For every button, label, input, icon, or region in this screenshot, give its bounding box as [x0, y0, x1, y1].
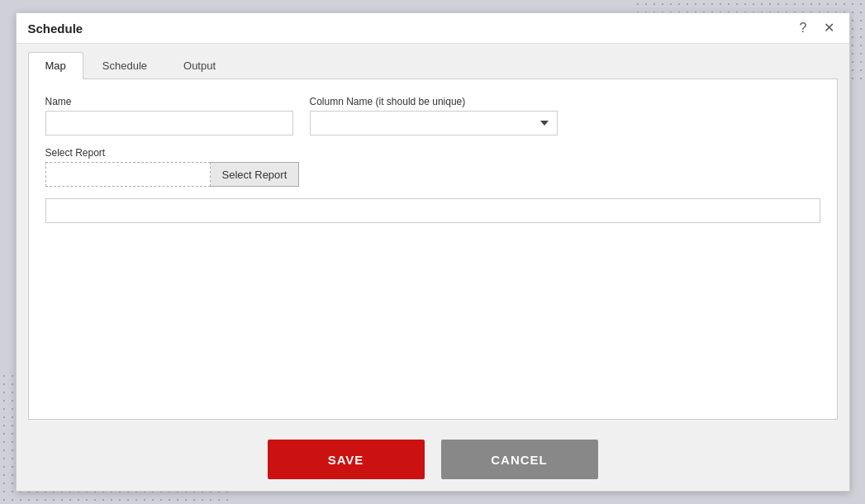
tab-content-map: Name Column Name (it should be unique) S… [28, 79, 838, 420]
save-button[interactable]: SAVE [268, 440, 425, 479]
content-spacer [45, 235, 820, 402]
help-button[interactable]: ? [796, 20, 810, 36]
column-name-select[interactable] [310, 111, 558, 136]
dialog-title: Schedule [28, 21, 83, 36]
name-group: Name [45, 96, 293, 136]
select-report-inputs: Select Report [45, 162, 820, 187]
name-column-row: Name Column Name (it should be unique) [45, 96, 820, 136]
column-name-group: Column Name (it should be unique) [310, 96, 558, 136]
close-icon: ✕ [824, 21, 834, 35]
column-name-label: Column Name (it should be unique) [310, 96, 558, 107]
tab-schedule[interactable]: Schedule [85, 52, 164, 78]
name-input[interactable] [45, 111, 293, 136]
select-report-button[interactable]: Select Report [211, 162, 300, 187]
cancel-button[interactable]: CANCEL [441, 440, 598, 479]
dialog-title-controls: ? ✕ [796, 20, 838, 36]
dialog-footer: SAVE CANCEL [17, 428, 849, 491]
select-report-row: Select Report Select Report [45, 147, 820, 187]
dialog-titlebar: Schedule ? ✕ [17, 13, 849, 44]
tab-output[interactable]: Output [166, 52, 233, 78]
description-input[interactable] [45, 198, 820, 223]
tabs-container: Map Schedule Output [28, 52, 838, 79]
dialog-body: Map Schedule Output Name [17, 44, 849, 428]
dialog-overlay: Schedule ? ✕ Map Schedule [0, 0, 865, 504]
close-button[interactable]: ✕ [820, 20, 838, 36]
select-report-label: Select Report [45, 147, 820, 159]
name-label: Name [45, 96, 293, 107]
tab-map[interactable]: Map [28, 52, 83, 79]
report-text-input[interactable] [45, 162, 211, 187]
description-group [45, 198, 820, 223]
help-icon: ? [800, 21, 807, 35]
schedule-dialog: Schedule ? ✕ Map Schedule [16, 12, 850, 492]
